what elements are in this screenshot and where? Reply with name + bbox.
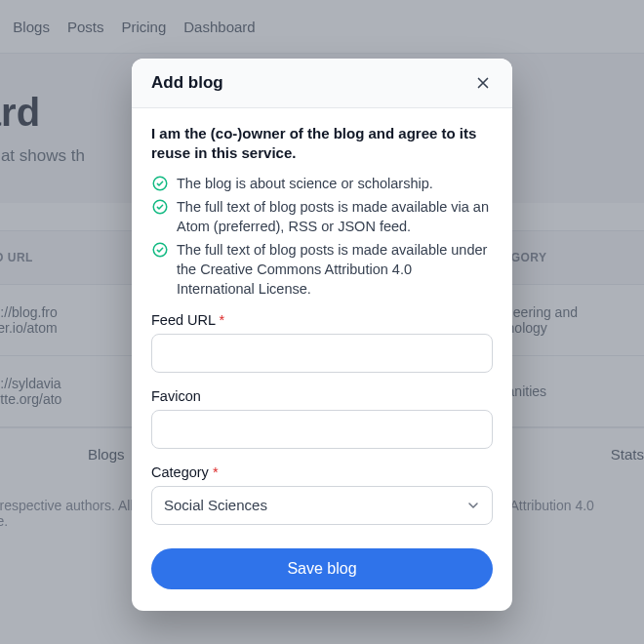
requirement-text: The full text of blog posts is made avai…: [177, 240, 493, 299]
close-icon[interactable]: [473, 73, 493, 93]
requirements-list: The blog is about science or scholarship…: [151, 174, 493, 299]
feed-url-input[interactable]: [151, 334, 493, 373]
requirement-text: The full text of blog posts is made avai…: [177, 197, 493, 236]
feed-url-label: Feed URL *: [151, 312, 493, 328]
list-item: The full text of blog posts is made avai…: [151, 197, 493, 236]
save-blog-button[interactable]: Save blog: [151, 548, 493, 589]
check-circle-icon: [151, 198, 169, 216]
favicon-field: Favicon: [151, 388, 493, 449]
add-blog-modal: Add blog I am the (co-)owner of the blog…: [132, 59, 512, 611]
favicon-input[interactable]: [151, 410, 493, 449]
modal-header: Add blog: [132, 59, 512, 108]
category-field: Category * Social Sciences: [151, 464, 493, 525]
category-label: Category *: [151, 464, 493, 480]
requirement-text: The blog is about science or scholarship…: [177, 174, 433, 193]
list-item: The full text of blog posts is made avai…: [151, 240, 493, 299]
check-circle-icon: [151, 241, 169, 259]
consent-text: I am the (co-)owner of the blog and agre…: [151, 124, 493, 164]
feed-url-field: Feed URL *: [151, 312, 493, 373]
category-select[interactable]: Social Sciences: [151, 486, 493, 525]
modal-overlay[interactable]: Add blog I am the (co-)owner of the blog…: [0, 0, 644, 644]
modal-body: I am the (co-)owner of the blog and agre…: [132, 108, 512, 611]
favicon-label: Favicon: [151, 388, 493, 404]
check-circle-icon: [151, 175, 169, 192]
modal-title: Add blog: [151, 73, 223, 93]
list-item: The blog is about science or scholarship…: [151, 174, 493, 193]
